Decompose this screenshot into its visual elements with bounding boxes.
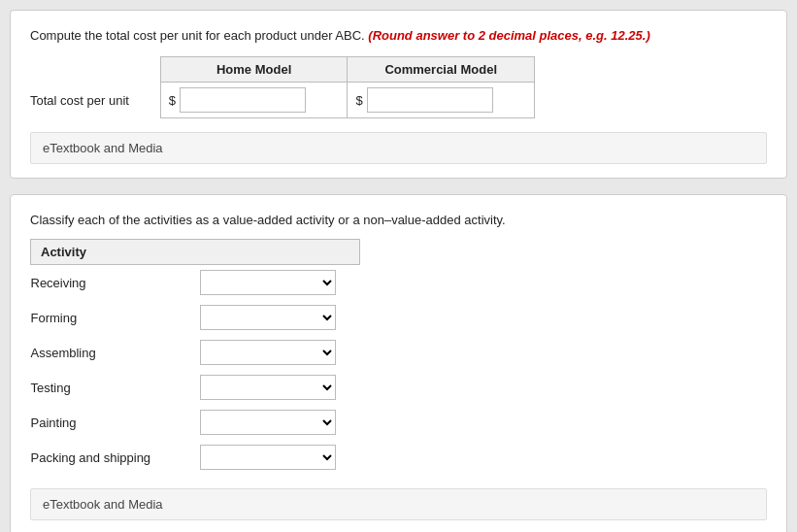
col-commercial-header: Commercial Model bbox=[348, 57, 535, 83]
activity-name: Receiving bbox=[31, 265, 201, 301]
activity-name: Painting bbox=[31, 405, 201, 440]
table-row: Total cost per unit $ $ bbox=[30, 83, 535, 118]
instruction-cost: Compute the total cost per unit for each… bbox=[30, 28, 767, 43]
etextbook-bar-1: eTextbook and Media bbox=[30, 132, 767, 164]
activity-select[interactable]: Value-addedNon-value-added bbox=[200, 445, 336, 470]
home-model-cell: $ bbox=[169, 87, 340, 113]
activity-row: FormingValue-addedNon-value-added bbox=[31, 300, 360, 335]
activity-select-cell: Value-addedNon-value-added bbox=[200, 440, 359, 475]
activity-select[interactable]: Value-addedNon-value-added bbox=[200, 375, 336, 400]
commercial-model-input[interactable] bbox=[367, 87, 493, 113]
activity-row: ReceivingValue-addedNon-value-added bbox=[31, 265, 360, 301]
etextbook-bar-2: eTextbook and Media bbox=[30, 488, 767, 520]
activity-name: Testing bbox=[31, 370, 201, 405]
activity-select[interactable]: Value-addedNon-value-added bbox=[200, 270, 336, 295]
activity-row: AssemblingValue-addedNon-value-added bbox=[31, 335, 360, 370]
home-model-input[interactable] bbox=[180, 87, 306, 113]
activity-table: Activity ReceivingValue-addedNon-value-a… bbox=[30, 239, 360, 475]
activity-name: Packing and shipping bbox=[31, 440, 201, 475]
activity-select-cell: Value-addedNon-value-added bbox=[200, 370, 359, 405]
instruction-highlight: (Round answer to 2 decimal places, e.g. … bbox=[368, 28, 649, 43]
activity-row: PaintingValue-addedNon-value-added bbox=[31, 405, 360, 440]
instruction-plain: Compute the total cost per unit for each… bbox=[30, 28, 368, 43]
activity-table-header: Activity bbox=[31, 240, 360, 265]
activity-select-cell: Value-addedNon-value-added bbox=[200, 405, 359, 440]
instruction-activity: Classify each of the activities as a val… bbox=[30, 213, 767, 227]
commercial-model-cell: $ bbox=[355, 87, 526, 113]
dollar-sign-commercial: $ bbox=[355, 93, 362, 108]
activity-select-cell: Value-addedNon-value-added bbox=[200, 265, 359, 301]
dollar-sign-home: $ bbox=[169, 93, 176, 108]
card-activity: Classify each of the activities as a val… bbox=[10, 194, 787, 532]
col-home-header: Home Model bbox=[160, 57, 348, 83]
activity-select-cell: Value-addedNon-value-added bbox=[200, 300, 359, 335]
cost-table: Home Model Commercial Model Total cost p… bbox=[30, 56, 535, 118]
activity-name: Forming bbox=[31, 300, 201, 335]
activity-name: Assembling bbox=[31, 335, 201, 370]
row-label: Total cost per unit bbox=[30, 83, 160, 118]
activity-select[interactable]: Value-addedNon-value-added bbox=[200, 305, 336, 330]
etextbook-label-2: eTextbook and Media bbox=[43, 497, 163, 512]
card-cost: Compute the total cost per unit for each… bbox=[10, 10, 787, 179]
activity-row: Packing and shippingValue-addedNon-value… bbox=[31, 440, 360, 475]
etextbook-label-1: eTextbook and Media bbox=[43, 141, 163, 155]
activity-select-cell: Value-addedNon-value-added bbox=[200, 335, 359, 370]
activity-select[interactable]: Value-addedNon-value-added bbox=[200, 340, 336, 365]
activity-select[interactable]: Value-addedNon-value-added bbox=[200, 410, 336, 435]
activity-row: TestingValue-addedNon-value-added bbox=[31, 370, 360, 405]
